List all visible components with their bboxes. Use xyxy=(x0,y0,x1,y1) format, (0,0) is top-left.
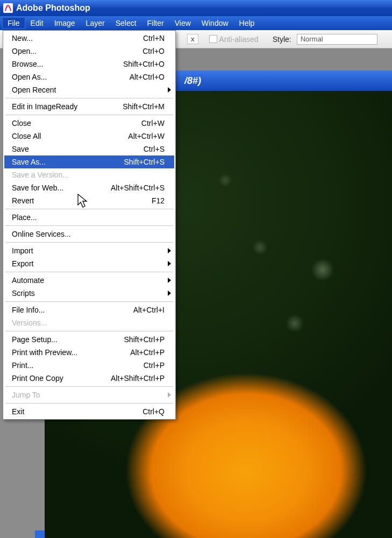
file-menu-save[interactable]: SaveCtrl+S xyxy=(4,143,174,155)
menu-separator xyxy=(5,272,173,272)
menubar-item-view[interactable]: View xyxy=(169,17,196,29)
style-label: Style: xyxy=(273,35,291,44)
file-menu-scripts[interactable]: Scripts xyxy=(4,287,174,300)
menu-item-label: Save xyxy=(12,145,144,153)
anti-aliased-label: Anti-aliased xyxy=(219,35,259,44)
menu-item-label: Open Recent xyxy=(12,86,165,94)
anti-aliased-group: Anti-aliased xyxy=(209,35,259,44)
menu-item-label: Automate xyxy=(12,276,165,285)
menu-item-label: Place... xyxy=(12,213,165,222)
menu-item-shortcut: Alt+Ctrl+I xyxy=(133,306,165,314)
menu-separator xyxy=(5,98,173,98)
file-menu-file-info[interactable]: File Info...Alt+Ctrl+I xyxy=(4,303,174,316)
menu-item-label: Edit in ImageReady xyxy=(12,102,123,111)
menu-item-shortcut: Ctrl+W xyxy=(141,119,165,128)
menubar-item-image[interactable]: Image xyxy=(49,17,81,29)
submenu-arrow-icon xyxy=(168,278,171,283)
menu-item-shortcut: Alt+Shift+Ctrl+P xyxy=(111,374,165,383)
file-menu-print-with-preview[interactable]: Print with Preview...Alt+Ctrl+P xyxy=(4,346,174,359)
menu-separator xyxy=(5,115,173,115)
menu-item-label: Save As... xyxy=(12,158,124,166)
menu-separator xyxy=(5,242,173,243)
file-menu-save-as[interactable]: Save As...Shift+Ctrl+S xyxy=(4,155,174,168)
submenu-arrow-icon xyxy=(168,261,171,266)
file-menu-save-a-version: Save a Version... xyxy=(4,168,174,181)
menu-item-label: Versions... xyxy=(12,318,165,327)
file-menu-versions: Versions... xyxy=(4,316,174,329)
menubar-item-select[interactable]: Select xyxy=(110,17,142,29)
menu-item-shortcut: Shift+Ctrl+P xyxy=(124,335,165,344)
menu-item-shortcut: Ctrl+O xyxy=(142,47,165,55)
file-menu-revert[interactable]: RevertF12 xyxy=(4,194,174,207)
menu-separator xyxy=(5,386,173,387)
submenu-arrow-icon xyxy=(168,291,171,296)
file-menu-open-recent[interactable]: Open Recent xyxy=(4,83,174,96)
style-value: Normal xyxy=(301,35,323,43)
file-menu-save-for-web[interactable]: Save for Web...Alt+Shift+Ctrl+S xyxy=(4,181,174,194)
menu-item-label: Online Services... xyxy=(12,230,165,238)
file-menu-page-setup[interactable]: Page Setup...Shift+Ctrl+P xyxy=(4,333,174,346)
menu-separator xyxy=(5,403,173,404)
menu-item-shortcut: F12 xyxy=(152,196,165,205)
anti-aliased-checkbox[interactable] xyxy=(209,35,217,43)
menu-item-shortcut: Ctrl+S xyxy=(144,145,165,153)
menu-item-shortcut: Shift+Ctrl+S xyxy=(124,158,165,166)
menu-item-shortcut: Alt+Ctrl+W xyxy=(128,132,165,140)
menu-item-label: Save a Version... xyxy=(12,171,165,179)
menu-item-label: File Info... xyxy=(12,306,133,314)
file-menu-open[interactable]: Open...Ctrl+O xyxy=(4,45,174,58)
menu-item-shortcut: Shift+Ctrl+O xyxy=(123,60,165,68)
menubar-item-layer[interactable]: Layer xyxy=(81,17,110,29)
menubar-item-help[interactable]: Help xyxy=(234,17,260,29)
app-title: Adobe Photoshop xyxy=(16,3,90,13)
menu-item-label: Save for Web... xyxy=(12,183,111,192)
menu-item-label: Close All xyxy=(12,132,128,140)
file-menu-browse[interactable]: Browse...Shift+Ctrl+O xyxy=(4,58,174,70)
menu-item-shortcut: Alt+Ctrl+P xyxy=(130,348,165,357)
submenu-arrow-icon xyxy=(168,392,171,398)
file-menu-open-as[interactable]: Open As...Alt+Ctrl+O xyxy=(4,70,174,83)
svg-point-0 xyxy=(7,6,9,9)
file-menu-new[interactable]: New...Ctrl+N xyxy=(4,32,174,45)
file-menu-place[interactable]: Place... xyxy=(4,211,174,224)
menu-separator xyxy=(5,225,173,226)
app-icon xyxy=(3,3,13,13)
menubar-item-window[interactable]: Window xyxy=(196,17,234,29)
menu-item-shortcut: Alt+Shift+Ctrl+S xyxy=(111,183,165,192)
file-menu-import[interactable]: Import xyxy=(4,244,174,257)
menu-item-label: Browse... xyxy=(12,60,123,68)
file-menu-edit-in-imageready[interactable]: Edit in ImageReadyShift+Ctrl+M xyxy=(4,100,174,113)
menu-separator xyxy=(5,209,173,209)
submenu-arrow-icon xyxy=(168,248,171,253)
menu-item-shortcut: Shift+Ctrl+M xyxy=(123,102,165,111)
menu-bar: FileEditImageLayerSelectFilterViewWindow… xyxy=(0,16,392,30)
file-menu-online-services[interactable]: Online Services... xyxy=(4,228,174,240)
menu-item-label: Print with Preview... xyxy=(12,348,130,357)
document-tab-title: /8#) xyxy=(184,75,201,87)
file-menu-jump-to: Jump To xyxy=(4,388,174,401)
file-menu-print-one-copy[interactable]: Print One CopyAlt+Shift+Ctrl+P xyxy=(4,372,174,385)
menu-separator xyxy=(5,331,173,331)
menubar-item-file[interactable]: File xyxy=(2,17,25,29)
menu-item-label: Close xyxy=(12,119,141,128)
file-menu-close-all[interactable]: Close AllAlt+Ctrl+W xyxy=(4,130,174,143)
menu-separator xyxy=(5,301,173,302)
menu-item-label: Revert xyxy=(12,196,152,205)
px-suffix-box[interactable]: x xyxy=(187,34,198,44)
title-bar: Adobe Photoshop xyxy=(0,0,392,16)
menu-item-label: Export xyxy=(12,259,165,268)
file-menu-print[interactable]: Print...Ctrl+P xyxy=(4,359,174,372)
menu-item-label: Scripts xyxy=(12,289,165,298)
menu-item-label: New... xyxy=(12,34,143,43)
style-select[interactable]: Normal xyxy=(297,34,377,45)
menu-item-shortcut: Ctrl+Q xyxy=(142,407,165,416)
file-menu-exit[interactable]: ExitCtrl+Q xyxy=(4,405,174,418)
file-menu-export[interactable]: Export xyxy=(4,257,174,270)
menu-item-shortcut: Ctrl+N xyxy=(143,34,165,43)
file-menu-close[interactable]: CloseCtrl+W xyxy=(4,117,174,130)
file-menu-automate[interactable]: Automate xyxy=(4,274,174,287)
menu-item-label: Print... xyxy=(12,361,144,370)
menubar-item-edit[interactable]: Edit xyxy=(25,17,49,29)
menubar-item-filter[interactable]: Filter xyxy=(142,17,169,29)
menu-item-shortcut: Ctrl+P xyxy=(144,361,165,370)
